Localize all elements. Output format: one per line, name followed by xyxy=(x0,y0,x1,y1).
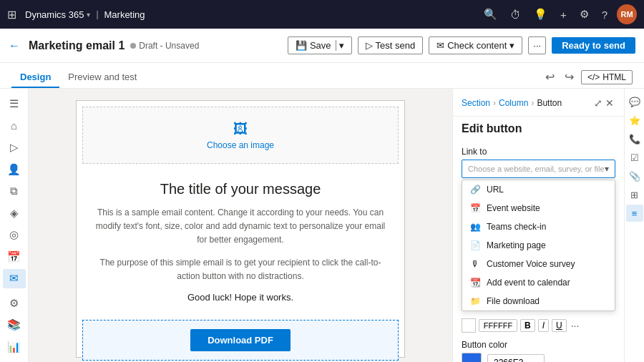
sidebar-item-insights[interactable]: ◎ xyxy=(3,225,26,245)
help-icon[interactable]: ? xyxy=(598,9,611,21)
button-color-swatch[interactable] xyxy=(462,353,482,362)
dropdown-item-event[interactable]: 📅 Event website xyxy=(462,199,615,217)
check-content-button[interactable]: ✉ Check content ▾ xyxy=(429,36,522,54)
app-title[interactable]: Dynamics 365 ▾ xyxy=(25,9,90,20)
sidebar-item-marketing[interactable]: ◈ xyxy=(3,204,26,223)
panel-close-button[interactable]: ✕ xyxy=(604,96,615,110)
nav-separator: | xyxy=(96,9,98,19)
draft-badge: Draft - Unsaved xyxy=(130,41,199,51)
avatar[interactable]: RM xyxy=(617,4,637,24)
panel-expand-button[interactable]: ⤢ xyxy=(592,96,604,110)
ready-label: Ready to send xyxy=(562,40,625,51)
undo-button[interactable]: ↩ xyxy=(542,69,557,85)
check-chevron-icon[interactable]: ▾ xyxy=(509,40,514,51)
breadcrumb-button: Button xyxy=(537,98,562,108)
app-name: Dynamics 365 xyxy=(25,9,84,20)
tab-preview[interactable]: Preview and test xyxy=(59,67,145,88)
dropdown-item-marketing-page[interactable]: 📄 Marketing page xyxy=(462,236,615,255)
bold-button[interactable]: B xyxy=(520,319,535,332)
tabs-bar: Design Preview and test ↩ ↪ </> HTML xyxy=(0,63,644,89)
check-content-label: Check content xyxy=(447,40,507,51)
email-title: The title of your message xyxy=(94,181,387,197)
html-button[interactable]: </> HTML xyxy=(581,70,633,84)
breadcrumb-sep1: › xyxy=(493,98,496,108)
edge-list-icon[interactable]: ≡ xyxy=(626,205,643,222)
edge-comment-icon[interactable]: 💬 xyxy=(626,93,643,110)
choose-image-link[interactable]: Choose an image xyxy=(207,140,274,150)
sidebar-item-menu[interactable]: ☰ xyxy=(3,94,26,114)
dropdown-item-add-event[interactable]: 📆 Add event to calendar xyxy=(462,273,615,292)
back-button[interactable]: ← xyxy=(9,39,20,52)
tab-toolbar: ↩ ↪ </> HTML xyxy=(542,69,633,88)
bulb-icon[interactable]: 💡 xyxy=(530,8,551,21)
edge-attachment-icon[interactable]: 📎 xyxy=(626,167,643,185)
event-icon: 📅 xyxy=(469,202,481,214)
email-good-luck: Good luck! Hope it works. xyxy=(94,292,387,303)
edge-phone-icon[interactable]: 📞 xyxy=(626,130,643,147)
redo-button[interactable]: ↪ xyxy=(562,69,577,85)
sidebar-item-send[interactable]: ▷ xyxy=(3,138,26,157)
sidebar-item-home[interactable]: ⌂ xyxy=(3,117,26,136)
dropdown-item-file[interactable]: 📁 File download xyxy=(462,292,615,310)
teams-icon: 👥 xyxy=(469,221,481,233)
text-color-swatch[interactable] xyxy=(462,318,476,333)
sidebar-item-settings[interactable]: ⚙ xyxy=(3,294,26,313)
italic-button[interactable]: I xyxy=(538,319,549,332)
marketing-page-label: Marketing page xyxy=(487,240,546,250)
download-pdf-button[interactable]: Download PDF xyxy=(190,329,291,351)
sidebar-item-contacts[interactable]: 👤 xyxy=(3,160,26,180)
top-nav: ⊞ Dynamics 365 ▾ | Marketing 🔍 ⏱ 💡 + ⚙ ?… xyxy=(0,0,644,29)
breadcrumb-sep2: › xyxy=(531,98,534,108)
text-color-input[interactable] xyxy=(479,319,517,332)
link-placeholder: Choose a website, email, survey, or file xyxy=(468,165,605,173)
image-placeholder-icon: 🖼 xyxy=(233,121,248,137)
add-icon[interactable]: + xyxy=(557,9,570,21)
button-color-label: Button color xyxy=(462,340,615,350)
grid-icon[interactable]: ⊞ xyxy=(7,8,16,21)
edge-table-icon[interactable]: ⊞ xyxy=(626,186,643,203)
email-button-section[interactable]: Download PDF xyxy=(82,320,399,361)
email-body-text2: The purpose of this simple email is to g… xyxy=(94,256,387,283)
text-format-more-button[interactable]: ··· xyxy=(570,320,581,331)
test-send-button[interactable]: ▷ Test send xyxy=(358,36,424,54)
sidebar-item-library[interactable]: 📚 xyxy=(3,315,26,335)
email-body-text1: This is a sample email content. Change i… xyxy=(94,206,387,248)
design-tab-label: Design xyxy=(20,72,51,82)
link-dropdown-menu: 🔗 URL 📅 Event website 👥 Teams check-in 📄… xyxy=(462,180,615,311)
preview-tab-label: Preview and test xyxy=(68,72,137,82)
draft-label: Draft - Unsaved xyxy=(139,41,199,51)
right-edge-panel: 💬 ⭐ 📞 ☑ 📎 ⊞ ≡ xyxy=(624,89,644,362)
right-panel: Section › Column › Button ⤢ ✕ Edit butto… xyxy=(452,89,624,362)
more-options-button[interactable]: ··· xyxy=(528,36,546,54)
tab-design[interactable]: Design xyxy=(11,67,59,88)
timer-icon[interactable]: ⏱ xyxy=(507,9,525,21)
add-event-icon: 📆 xyxy=(469,277,481,288)
save-button[interactable]: 💾 Save ▾ xyxy=(288,36,352,54)
sidebar-item-segments[interactable]: ⧉ xyxy=(3,182,26,201)
breadcrumb-column[interactable]: Column xyxy=(499,98,528,108)
sidebar-item-email[interactable]: ✉ xyxy=(3,269,26,288)
button-color-input[interactable] xyxy=(487,354,545,362)
url-label: URL xyxy=(487,185,504,195)
marketing-page-icon: 📄 xyxy=(469,240,481,251)
underline-button[interactable]: U xyxy=(552,319,567,332)
dropdown-item-voice-survey[interactable]: 🎙 Customer Voice survey xyxy=(462,255,615,273)
email-body: The title of your message This is a samp… xyxy=(77,170,404,314)
button-color-section: Button color xyxy=(462,340,615,362)
edge-task-icon[interactable]: ☑ xyxy=(626,149,643,166)
save-label: Save xyxy=(310,40,331,51)
settings-icon[interactable]: ⚙ xyxy=(576,8,592,21)
dropdown-item-url[interactable]: 🔗 URL xyxy=(462,180,615,199)
sidebar-item-events[interactable]: 📅 xyxy=(3,248,26,267)
test-send-label: Test send xyxy=(376,40,416,51)
dropdown-item-teams[interactable]: 👥 Teams check-in xyxy=(462,217,615,236)
image-section[interactable]: 🖼 Choose an image xyxy=(82,107,399,164)
search-icon[interactable]: 🔍 xyxy=(480,8,501,21)
sidebar-item-analytics[interactable]: 📊 xyxy=(3,338,26,357)
link-to-select[interactable]: Choose a website, email, survey, or file… xyxy=(462,160,615,178)
save-chevron-icon[interactable]: ▾ xyxy=(336,40,344,51)
edge-star-icon[interactable]: ⭐ xyxy=(626,112,643,129)
breadcrumb-section[interactable]: Section xyxy=(462,98,490,108)
app-chevron-icon: ▾ xyxy=(87,11,90,19)
ready-to-send-button[interactable]: Ready to send xyxy=(552,37,635,54)
